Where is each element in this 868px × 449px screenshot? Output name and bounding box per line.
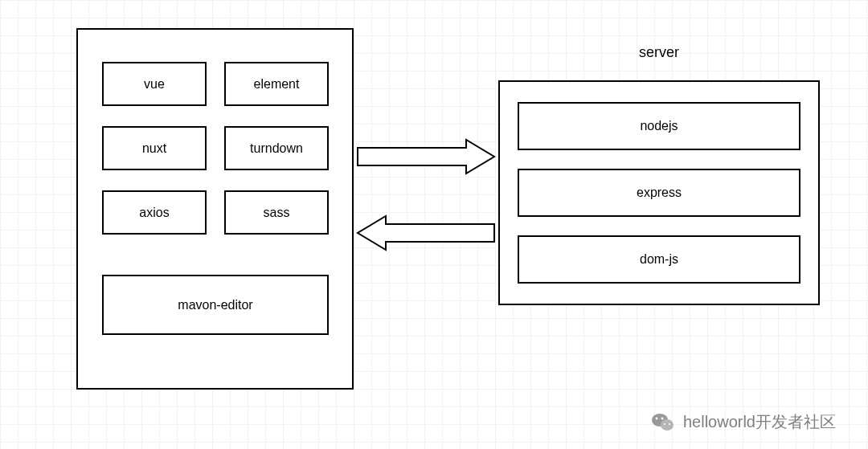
tech-box-element: element: [224, 62, 329, 106]
wechat-icon: [651, 412, 675, 433]
client-tech-grid: vue element nuxt turndown axios sass: [102, 62, 329, 235]
tech-box-axios: axios: [102, 190, 207, 235]
server-label-text: server: [639, 44, 679, 60]
client-container: vue element nuxt turndown axios sass mav…: [76, 28, 354, 390]
tech-label: vue: [144, 77, 165, 92]
svg-marker-0: [358, 140, 494, 173]
svg-point-7: [669, 422, 670, 424]
watermark: helloworld开发者社区: [651, 411, 836, 433]
tech-label: nodejs: [640, 119, 678, 133]
tech-label: express: [637, 186, 682, 200]
arrow-zone: [354, 120, 498, 297]
tech-label: mavon-editor: [178, 298, 252, 312]
tech-box-mavon-editor: mavon-editor: [102, 275, 329, 335]
server-box-nodejs: nodejs: [518, 102, 800, 150]
svg-point-5: [661, 417, 664, 419]
svg-point-6: [664, 422, 665, 424]
tech-label: turndown: [250, 141, 303, 156]
tech-label: element: [254, 77, 300, 92]
tech-box-vue: vue: [102, 62, 207, 106]
tech-label: dom-js: [640, 252, 678, 267]
tech-box-sass: sass: [224, 190, 329, 235]
svg-marker-1: [358, 216, 494, 250]
arrow-right-icon: [354, 137, 498, 177]
svg-point-3: [661, 419, 674, 431]
arrow-left-icon: [354, 213, 498, 253]
tech-label: axios: [139, 206, 169, 220]
server-box-express: express: [518, 169, 800, 217]
server-box-domjs: dom-js: [518, 235, 800, 284]
tech-box-turndown: turndown: [224, 126, 329, 170]
tech-box-nuxt: nuxt: [102, 126, 207, 170]
server-label: server: [498, 44, 820, 61]
tech-label: sass: [264, 206, 290, 220]
watermark-text: helloworld开发者社区: [683, 411, 836, 433]
svg-point-4: [656, 417, 658, 419]
tech-label: nuxt: [142, 141, 166, 156]
server-container: nodejs express dom-js: [498, 80, 820, 305]
